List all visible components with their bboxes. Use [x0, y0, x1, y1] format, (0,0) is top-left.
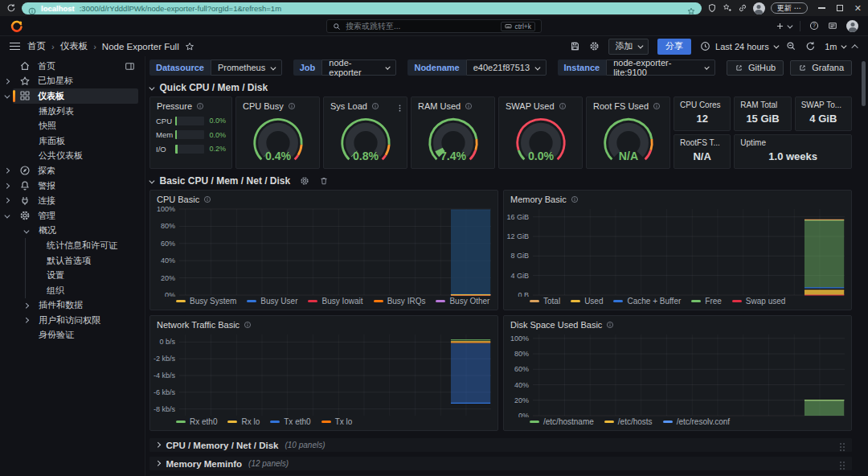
panel-root-fs-used[interactable]: Root FS UsedN/A: [586, 96, 670, 169]
panel-pressure[interactable]: Pressure CPU0.0% Mem0.0% I/O0.2%: [149, 96, 232, 169]
variable-value-dropdown[interactable]: e40e21f87513: [466, 60, 547, 76]
refresh-icon[interactable]: [805, 41, 816, 51]
sidebar-item-9[interactable]: 连接: [0, 193, 145, 208]
sidebar-item-11[interactable]: 概况: [0, 224, 145, 239]
sidebar-item-14[interactable]: 设置: [0, 268, 145, 283]
variable-value-dropdown[interactable]: Prometheus: [211, 60, 282, 76]
panel-ram-total[interactable]: RAM Total15 GiB: [734, 96, 791, 131]
save-dashboard-icon[interactable]: [570, 41, 580, 51]
sidebar-item-4[interactable]: 快照: [0, 118, 145, 133]
add-menu-button[interactable]: [776, 22, 792, 31]
sidebar-item-10[interactable]: 管理: [0, 208, 145, 224]
chart-cpu-basic[interactable]: 0%20%40%60%80%100%18:0020:0022:0000:0002…: [150, 204, 497, 297]
collapse-toolbar-icon[interactable]: [851, 44, 858, 51]
legend-item[interactable]: Busy System: [176, 297, 236, 306]
share-button[interactable]: 分享: [657, 39, 691, 55]
sidebar-item-18[interactable]: 身份验证: [0, 328, 145, 343]
panel-disk-space-used[interactable]: Disk Space Used Basic 0%20%40%60%80%100%…: [503, 315, 852, 431]
chart-memory-basic[interactable]: 0 B4 GiB8 GiB12 GiB16 GiB18:0020:0022:00…: [504, 204, 851, 297]
favorite-star-icon[interactable]: [185, 42, 194, 51]
collapsed-row-memory-meminfo[interactable]: Memory Meminfo (12 panels): [149, 457, 852, 470]
sidebar-item-1[interactable]: 已加星标: [0, 74, 145, 89]
legend-item[interactable]: /etc/hostname: [530, 417, 594, 426]
panel-swap-total[interactable]: SWAP To...4 GiB: [795, 96, 852, 131]
search-input[interactable]: 搜索或跳转至... ctrl+k: [326, 19, 542, 33]
variable-value-dropdown[interactable]: node-exporter: [321, 60, 396, 76]
panel-sys-load[interactable]: Sys Load0.8%: [323, 96, 407, 169]
panel-memory-basic[interactable]: Memory Basic 0 B4 GiB8 GiB12 GiB16 GiB18…: [503, 190, 852, 310]
sidebar-item-6[interactable]: 公共仪表板: [0, 149, 145, 164]
legend-item[interactable]: Used: [571, 297, 603, 306]
chart-disk-space[interactable]: 0%20%40%60%80%100%18:0020:0022:0000:0002…: [504, 330, 851, 417]
scrollbar[interactable]: [862, 61, 866, 106]
link-grafana[interactable]: Grafana: [790, 60, 852, 76]
dock-icon[interactable]: [125, 61, 135, 72]
sidebar-item-3[interactable]: 播放列表: [0, 104, 145, 119]
drag-handle-icon[interactable]: [839, 459, 845, 469]
panel-network-traffic-basic[interactable]: Network Traffic Basic 0 b/s-2 kb/s-4 kb/…: [149, 315, 498, 431]
row-header-basic[interactable]: Basic CPU / Mem / Net / Disk: [149, 175, 852, 187]
legend-item[interactable]: Swap used: [732, 297, 785, 306]
sidebar-item-8[interactable]: 警报: [0, 178, 145, 194]
collapsed-row-cpu-memory-net-disk[interactable]: CPU / Memory / Net / Disk (10 panels): [149, 438, 852, 452]
sidebar-item-12[interactable]: 统计信息和许可证: [0, 238, 145, 253]
add-favorite-icon[interactable]: [723, 3, 732, 13]
row-delete-icon[interactable]: [319, 176, 329, 186]
legend-item[interactable]: Free: [691, 297, 722, 306]
help-icon[interactable]: ?: [809, 21, 819, 31]
link-github[interactable]: GitHub: [727, 60, 784, 76]
sidebar-item-13[interactable]: 默认首选项: [0, 253, 145, 269]
legend-item[interactable]: Rx eth0: [176, 417, 217, 426]
legend-item[interactable]: Busy Iowait: [308, 297, 362, 306]
close-icon[interactable]: ✕: [854, 4, 862, 13]
legend-item[interactable]: Total: [530, 297, 560, 306]
legend-item[interactable]: Busy User: [247, 297, 297, 306]
site-info-icon[interactable]: [28, 4, 36, 12]
panel-swap-used[interactable]: SWAP Used0.0%: [498, 96, 583, 169]
panel-ram-used[interactable]: RAM Used7.4%: [411, 96, 495, 169]
browser-update-button[interactable]: 更新⋯: [771, 2, 808, 14]
reload-icon[interactable]: [6, 3, 16, 13]
grafana-logo-icon[interactable]: [10, 19, 23, 33]
sidebar-item-2[interactable]: 仪表板: [0, 88, 145, 104]
panel-uptime[interactable]: Uptime1.0 weeks: [734, 134, 852, 169]
legend-item[interactable]: Tx lo: [321, 417, 353, 426]
panel-menu-icon[interactable]: [395, 101, 404, 110]
sidebar-item-16[interactable]: 插件和数据: [0, 298, 145, 314]
panel-cpu-basic[interactable]: CPU Basic 0%20%40%60%80%100%18:0020:0022…: [149, 190, 498, 310]
drag-handle-icon[interactable]: [839, 441, 845, 450]
legend-item[interactable]: Busy IRQs: [374, 297, 426, 306]
menu-toggle-icon[interactable]: [10, 43, 20, 50]
panel-rootfs-total[interactable]: RootFS T...N/A: [674, 134, 731, 169]
legend-item[interactable]: Rx lo: [227, 417, 260, 426]
variable-value-dropdown[interactable]: node-exporter-lite:9100: [606, 60, 715, 76]
breadcrumb-home[interactable]: 首页: [27, 40, 46, 52]
row-header-quick[interactable]: Quick CPU / Mem / Disk: [149, 82, 852, 93]
maximize-icon[interactable]: [837, 5, 843, 11]
chart-network-traffic[interactable]: 0 b/s-2 kb/s-4 kb/s-6 kb/s-8 kb/s18:0020…: [150, 330, 497, 417]
time-range-picker[interactable]: Last 24 hours: [700, 41, 777, 51]
sidebar-item-0[interactable]: 首页: [0, 59, 145, 74]
user-avatar[interactable]: [846, 20, 858, 32]
sidebar-item-5[interactable]: 库面板: [0, 133, 145, 149]
legend-item[interactable]: Busy Other: [436, 297, 489, 306]
refresh-interval-picker[interactable]: 1m: [825, 42, 845, 51]
share-link-icon[interactable]: [738, 3, 747, 13]
browser-profile-avatar[interactable]: [753, 2, 765, 14]
breadcrumb-dashboards[interactable]: 仪表板: [60, 40, 88, 52]
legend-item[interactable]: /etc/resolv.conf: [663, 417, 731, 426]
dashboard-settings-icon[interactable]: [589, 41, 600, 51]
address-bar[interactable]: localhost :3000/d/rYdddlPWk/node-exporte…: [22, 2, 702, 14]
add-panel-button[interactable]: 添加: [608, 39, 649, 55]
sidebar-item-15[interactable]: 组织: [0, 283, 145, 298]
legend-item[interactable]: /etc/hosts: [604, 417, 653, 426]
news-icon[interactable]: [828, 21, 837, 31]
sidebar-item-7[interactable]: 探索: [0, 163, 145, 178]
panel-cpu-busy[interactable]: CPU Busy0.4%: [235, 96, 320, 169]
browser-essentials-icon[interactable]: [707, 3, 717, 13]
bookmark-icon[interactable]: [687, 4, 695, 12]
minimize-icon[interactable]: [818, 7, 825, 8]
zoom-out-icon[interactable]: [786, 41, 796, 51]
legend-item[interactable]: Tx eth0: [270, 417, 310, 426]
sidebar-item-17[interactable]: 用户和访问权限: [0, 313, 145, 328]
